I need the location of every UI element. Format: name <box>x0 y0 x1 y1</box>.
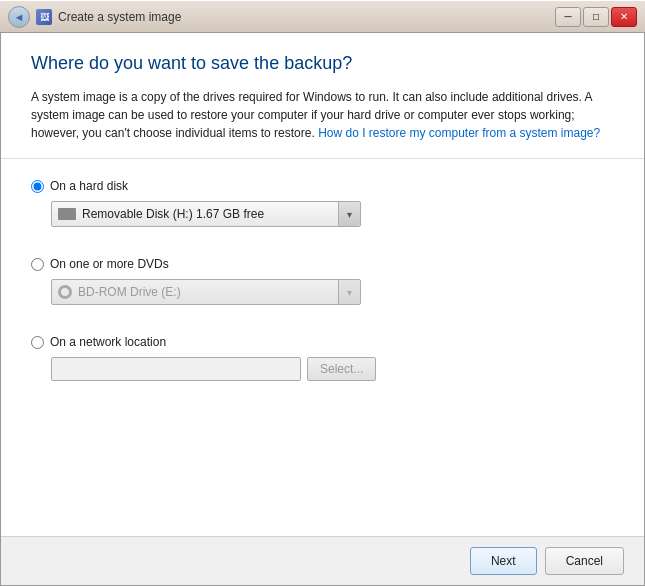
next-button[interactable]: Next <box>470 547 537 575</box>
window-controls: ─ □ ✕ <box>555 7 637 27</box>
network-radio-label[interactable]: On a network location <box>31 335 614 349</box>
cancel-button[interactable]: Cancel <box>545 547 624 575</box>
dvd-dropdown-icon <box>58 285 72 299</box>
help-link[interactable]: How do I restore my computer from a syst… <box>318 126 600 140</box>
dialog-heading: Where do you want to save the backup? <box>31 53 614 74</box>
window-icon: 🖼 <box>36 9 52 25</box>
network-input-row: Select... <box>51 357 614 381</box>
hard-disk-dropdown[interactable]: Removable Disk (H:) 1.67 GB free <box>51 201 361 227</box>
close-button[interactable]: ✕ <box>611 7 637 27</box>
dvd-dropdown-text: BD-ROM Drive (E:) <box>78 285 338 299</box>
select-button[interactable]: Select... <box>307 357 376 381</box>
dvd-option: On one or more DVDs BD-ROM Drive (E:) <box>31 257 614 305</box>
dialog-footer: Next Cancel <box>1 536 644 585</box>
dvd-radio[interactable] <box>31 258 44 271</box>
dvd-dropdown[interactable]: BD-ROM Drive (E:) <box>51 279 361 305</box>
hard-disk-dropdown-container: Removable Disk (H:) 1.67 GB free <box>51 201 614 227</box>
minimize-button[interactable]: ─ <box>555 7 581 27</box>
hard-disk-label: On a hard disk <box>50 179 128 193</box>
network-input[interactable] <box>51 357 301 381</box>
dvd-label: On one or more DVDs <box>50 257 169 271</box>
title-bar: ◄ 🖼 Create a system image ─ □ ✕ <box>0 0 645 32</box>
hard-disk-dropdown-icon <box>58 208 76 220</box>
network-radio[interactable] <box>31 336 44 349</box>
network-option: On a network location Select... <box>31 335 614 381</box>
dvd-dropdown-container: BD-ROM Drive (E:) <box>51 279 614 305</box>
back-button[interactable]: ◄ <box>8 6 30 28</box>
maximize-button[interactable]: □ <box>583 7 609 27</box>
network-label: On a network location <box>50 335 166 349</box>
dialog-content: On a hard disk Removable Disk (H:) 1.67 … <box>1 159 644 536</box>
dialog: Where do you want to save the backup? A … <box>0 32 645 586</box>
hard-disk-radio[interactable] <box>31 180 44 193</box>
dialog-header: Where do you want to save the backup? A … <box>1 33 644 159</box>
dvd-radio-label[interactable]: On one or more DVDs <box>31 257 614 271</box>
hard-disk-dropdown-text: Removable Disk (H:) 1.67 GB free <box>82 207 338 221</box>
hard-disk-option: On a hard disk Removable Disk (H:) 1.67 … <box>31 179 614 227</box>
title-bar-text: Create a system image <box>58 10 555 24</box>
dvd-dropdown-arrow <box>338 280 360 304</box>
dialog-description: A system image is a copy of the drives r… <box>31 88 614 142</box>
hard-disk-radio-label[interactable]: On a hard disk <box>31 179 614 193</box>
hard-disk-dropdown-arrow <box>338 202 360 226</box>
